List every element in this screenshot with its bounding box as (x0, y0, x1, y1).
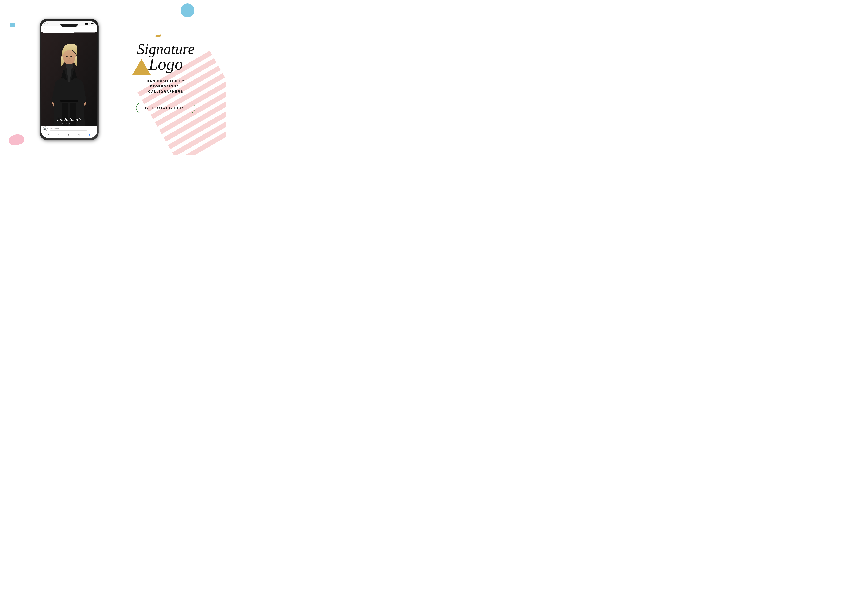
status-time: 3:15 (44, 22, 48, 24)
nav-profile-icon[interactable] (89, 134, 91, 135)
svg-rect-3 (94, 23, 94, 24)
instagram-photo-area (41, 29, 97, 126)
send-button[interactable]: ➤ (92, 127, 96, 130)
message-row: 📷 Send Message ··· ➤ (41, 126, 97, 132)
battery-icon (91, 23, 94, 24)
svg-point-11 (66, 56, 67, 57)
back-button[interactable]: ‹ (44, 27, 45, 31)
svg-point-12 (71, 56, 72, 57)
wifi-icon (89, 23, 91, 24)
nav-heart-icon[interactable]: ♡ (78, 134, 80, 136)
subtitle-text: HANDCRAFTED BY PROFESSIONAL CALLIGRAPHER… (147, 79, 185, 94)
signature-title-text: ENTERPRENEUR (41, 123, 97, 124)
svg-rect-15 (60, 100, 78, 102)
phone-mockup: 3:15 ▌▌▌ (40, 19, 99, 140)
instagram-nav-row: ⌂ ⌕ ⊞ ♡ (41, 132, 97, 138)
message-placeholder-text: Send Message (50, 128, 59, 129)
right-section: Signature Logo HANDCRAFTED BY PROFESSION… (113, 0, 226, 155)
nav-add-icon[interactable]: ⊞ (67, 134, 70, 136)
signal-icon: ▌▌▌ (85, 23, 88, 24)
status-icons: ▌▌▌ (85, 23, 94, 24)
phone-notch (60, 24, 78, 27)
instagram-top-nav: ‹ ··· (41, 26, 97, 32)
more-options-icon[interactable]: ··· (91, 28, 94, 30)
svg-rect-2 (92, 23, 93, 24)
signature-overlay: Linda Smith ENTERPRENEUR (41, 117, 97, 124)
signature-name-text: Linda Smith (41, 117, 97, 122)
nav-home-icon[interactable]: ⌂ (48, 134, 49, 136)
camera-icon: 📷 (44, 128, 46, 130)
story-progress-fill (43, 32, 74, 33)
message-input[interactable]: Send Message (49, 127, 88, 131)
left-section: 3:15 ▌▌▌ (0, 0, 124, 155)
person-figure (41, 29, 97, 126)
nav-search-icon[interactable]: ⌕ (58, 134, 59, 136)
instagram-bottom-bar: 📷 Send Message ··· ➤ ⌂ ⌕ (41, 126, 97, 138)
background: 3:15 ▌▌▌ (0, 0, 226, 155)
title-logo: Logo (149, 56, 183, 71)
phone-screen: 3:15 ▌▌▌ (41, 21, 97, 138)
title-signature: Signature (137, 42, 195, 56)
cta-button-text: GET YOURS HERE (145, 106, 186, 110)
svg-rect-7 (65, 64, 73, 67)
divider-line (149, 97, 183, 97)
screen-content: 3:15 ▌▌▌ (41, 21, 97, 138)
message-more-icon[interactable]: ··· (89, 127, 92, 130)
story-progress-bar (43, 32, 95, 33)
camera-button[interactable]: 📷 (43, 126, 48, 131)
phone-frame: 3:15 ▌▌▌ (40, 19, 99, 140)
cta-button[interactable]: GET YOURS HERE (136, 102, 195, 113)
